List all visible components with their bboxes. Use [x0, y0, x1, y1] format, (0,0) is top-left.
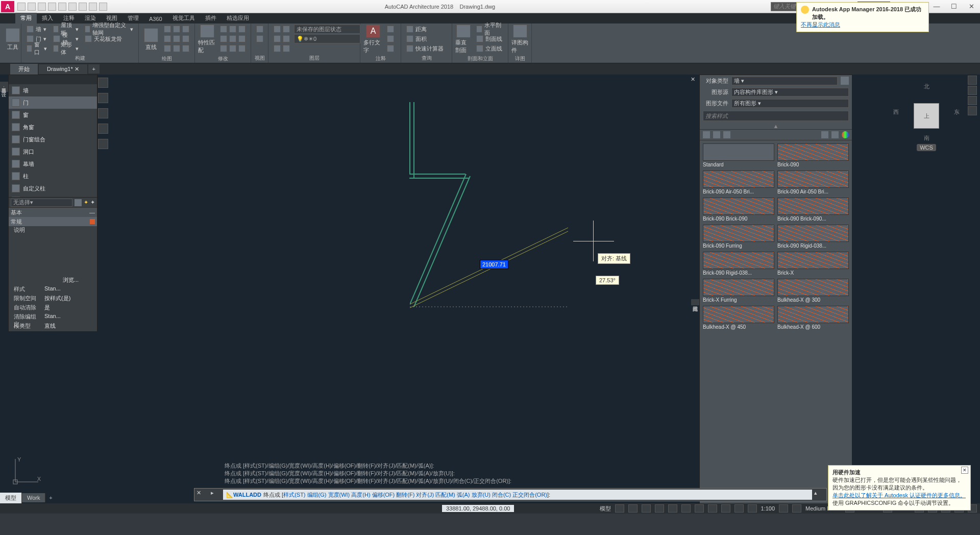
side-icon-4[interactable] — [98, 124, 108, 134]
mod2-icon[interactable] — [218, 34, 248, 43]
style-browser-tab[interactable]: 样式浏览器 — [691, 299, 699, 305]
maximize-button[interactable]: ☐ — [945, 0, 963, 13]
style-item[interactable]: Bulkhead-X @ 300 — [777, 279, 849, 303]
tp-item-window[interactable]: 窗 — [9, 109, 97, 121]
style-item[interactable]: Brick-090 — [777, 143, 849, 167]
notif2-link[interactable]: 单击此处以了解关于 Autodesk 认证硬件的更多信息。 — [832, 492, 966, 498]
tp-item-door[interactable]: 门 — [9, 96, 97, 109]
props-cleanup-value[interactable]: Stan... — [44, 313, 97, 322]
notif1-link[interactable]: 不再显示此消息 — [801, 21, 840, 28]
doc-tab-drawing1[interactable]: Drawing1* ✕ — [39, 64, 87, 74]
vsection-button[interactable]: 垂直剖面 — [455, 25, 472, 54]
sb-file-select[interactable]: 所有图形 ▾ — [731, 99, 849, 108]
status-coords[interactable]: 33881.00, 29488.00, 0.00 — [442, 505, 514, 512]
viewcube-east[interactable]: 东 — [954, 108, 960, 116]
sb-src-select[interactable]: 内容构件库图形 ▾ — [731, 88, 849, 96]
hsection-button[interactable]: 水平剖面 — [474, 25, 505, 34]
qat-new-icon[interactable] — [17, 3, 26, 11]
cmdline-expand-icon[interactable]: ▴ — [814, 490, 824, 500]
props-limit-value[interactable]: 按样式(是) — [44, 295, 97, 304]
props-auto-value[interactable]: 是 — [44, 304, 97, 313]
annot1-icon[interactable] — [385, 25, 396, 34]
cmdline-close-icon[interactable]: ✕ — [197, 490, 207, 500]
calc-button[interactable]: 快速计算器 — [404, 44, 446, 53]
nav-orbit-icon[interactable] — [968, 106, 977, 115]
qat-open-icon[interactable] — [28, 3, 36, 11]
qat-saveas-icon[interactable] — [48, 3, 56, 11]
props-browse-button[interactable]: 浏览... — [44, 276, 97, 285]
view-icon1[interactable] — [254, 25, 265, 34]
style-item[interactable]: Standard — [703, 143, 774, 167]
status-sc-icon[interactable] — [748, 504, 757, 513]
qat-dropdown-icon[interactable] — [99, 3, 107, 11]
layer-icons3[interactable] — [272, 44, 292, 53]
palette-tab-tools[interactable]: 工具选项板 - 设计 — [0, 82, 8, 92]
draw2-icon[interactable] — [162, 34, 191, 43]
props-segtype-value[interactable]: 直线 — [44, 322, 97, 331]
status-otrack-icon[interactable] — [681, 504, 691, 513]
status-lwt-icon[interactable] — [708, 504, 717, 513]
status-dyn-icon[interactable] — [695, 504, 704, 513]
doc-tab-start[interactable]: 开始 — [10, 64, 38, 75]
annot2-icon[interactable] — [385, 34, 396, 43]
area-button[interactable]: 面积 — [404, 34, 446, 43]
tp-item-custom[interactable]: 自定义柱 — [9, 182, 97, 194]
sb-color-icon[interactable] — [842, 131, 849, 138]
app-logo[interactable]: A — [1, 1, 14, 12]
ribbon-tab-visual[interactable]: 视觉工具 — [167, 13, 200, 23]
ribbon-tab-featured[interactable]: 精选应用 — [222, 13, 254, 23]
layer-icons2[interactable] — [272, 34, 292, 43]
notif2-close[interactable]: ✕ — [961, 467, 968, 474]
props-general-header[interactable]: 常规 — [9, 217, 97, 226]
sb-filter-icon[interactable] — [841, 77, 849, 85]
style-item[interactable]: Brick-X — [777, 252, 849, 276]
nav-zoom-icon[interactable] — [968, 96, 977, 105]
status-transp-icon[interactable] — [721, 504, 730, 513]
status-snap-icon[interactable] — [628, 504, 638, 513]
viewcube-south[interactable]: 南 — [924, 134, 929, 142]
side-icon-2[interactable] — [98, 93, 108, 103]
ceiling-button[interactable]: 天花板龙骨 — [83, 34, 135, 43]
tp-item-opening[interactable]: 洞口 — [9, 145, 97, 158]
ribbon-tab-addins[interactable]: 插件 — [200, 13, 222, 23]
view-icon2[interactable] — [254, 34, 265, 43]
viewcube-north[interactable]: 北 — [924, 83, 929, 90]
style-item[interactable]: Bulkhead-X @ 600 — [777, 306, 849, 330]
status-scale[interactable]: 1:100 — [761, 505, 775, 512]
style-item[interactable]: Brick-090 Rigid-038... — [703, 252, 774, 276]
match-button[interactable]: 特性匹配 — [198, 25, 216, 54]
tp-item-wall[interactable]: 墙 — [9, 84, 97, 96]
tp-item-assembly[interactable]: 门窗组合 — [9, 133, 97, 145]
line-button[interactable]: 直线 — [142, 25, 160, 54]
mod1-icon[interactable] — [218, 25, 248, 34]
props-selection-dropdown[interactable]: 无选择 ▾ — [11, 199, 72, 207]
nav-pan-icon[interactable] — [968, 86, 977, 95]
sb-tool1-icon[interactable] — [703, 131, 710, 138]
tp-item-curtain[interactable]: 幕墙 — [9, 158, 97, 170]
props-icon1[interactable] — [75, 199, 82, 206]
props-style-value[interactable]: Stan... — [44, 285, 97, 295]
sb-view2-icon[interactable] — [831, 131, 839, 138]
rect-button[interactable]: 矩形体 ▾ — [51, 44, 80, 53]
qat-save-icon[interactable] — [38, 3, 46, 11]
side-icon-5[interactable] — [98, 139, 108, 149]
tp-item-column[interactable]: 柱 — [9, 170, 97, 182]
qat-print-icon[interactable] — [58, 3, 66, 11]
command-line[interactable]: ✕ ▸ 📐 WALLADD 终点或 [样式(ST) 编组(G) 宽度(WI) 高… — [194, 488, 827, 501]
viewcube[interactable]: 北 西 上 东 南 WCS — [893, 83, 960, 149]
dist-button[interactable]: 距离 — [404, 25, 446, 34]
mod3-icon[interactable] — [218, 44, 248, 53]
cmdline-menu-icon[interactable]: ▸ — [211, 490, 221, 500]
ribbon-tab-a360[interactable]: A360 — [144, 14, 167, 23]
props-basic-header[interactable]: 基本— — [9, 208, 97, 217]
qat-project-icon[interactable] — [89, 3, 97, 11]
style-item[interactable]: Brick-090 Furring — [703, 225, 774, 249]
style-item[interactable]: Brick-090 Brick-090... — [777, 198, 849, 222]
side-icon-1[interactable] — [98, 78, 108, 88]
status-gear-icon[interactable] — [792, 504, 801, 513]
side-icon-3[interactable] — [98, 108, 108, 118]
sb-view1-icon[interactable] — [821, 131, 828, 138]
style-item[interactable]: Brick-090 Brick-090 — [703, 198, 774, 222]
window-button[interactable]: 窗口 ▾ — [24, 44, 49, 53]
dynamic-dimension-input[interactable]: 21007.71 — [480, 260, 508, 269]
